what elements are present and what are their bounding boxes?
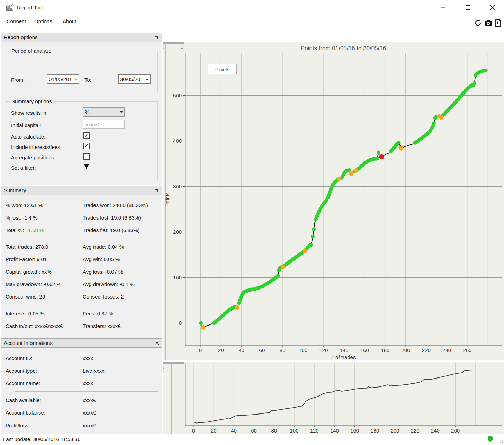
account-name-value: xxxx xyxy=(83,380,93,386)
svg-text:200: 200 xyxy=(390,428,399,434)
report-options-body: Period of analyze From: 01/05/201 To: 30… xyxy=(1,42,162,185)
chevron-down-icon xyxy=(145,78,149,80)
menu-connect[interactable]: Connect xyxy=(4,17,29,26)
account-name-label: Account name: xyxy=(6,380,40,386)
total-trades: Total trades: 278.0 xyxy=(6,244,48,250)
chart-title: Points from 01/05/16 to 30/05/16 xyxy=(301,45,386,52)
float-panel-icon[interactable] xyxy=(155,34,159,40)
minimize-button[interactable] xyxy=(435,1,451,13)
last-update-text: Last update: 30/05/2016 11:53:36 xyxy=(3,436,80,442)
include-interests-checkbox[interactable]: ✓ xyxy=(83,143,90,149)
trades-won: Trades won: 240.0 (86.33%) xyxy=(83,202,148,208)
avg-loss: Avg loss: -0.07 % xyxy=(83,269,123,275)
summary-options-groupbox: Summary options Show results in: % Initi… xyxy=(6,101,158,180)
consec-wins: Consec. wins: 29 xyxy=(6,294,45,300)
account-balance-value: xxxx€ xyxy=(83,410,96,416)
camera-icon[interactable] xyxy=(484,19,493,27)
svg-text:60: 60 xyxy=(259,347,265,353)
interests: Interests: 0.05 % xyxy=(6,311,45,317)
total-pct-label: Total %: xyxy=(6,227,24,233)
close-button[interactable] xyxy=(484,1,500,13)
to-date-value: 30/05/201 xyxy=(120,76,145,82)
export-icon[interactable] xyxy=(493,19,503,27)
cash-in-out: Cash in/out: xxxx€/xxxx€ xyxy=(6,323,63,329)
period-title: Period of analyze xyxy=(10,48,53,54)
from-date-value: 01/05/201 xyxy=(49,76,74,82)
initial-capital-label: Initial capital: xyxy=(11,122,41,128)
svg-text:500: 500 xyxy=(173,92,182,98)
float-panel-icon[interactable] xyxy=(148,340,152,346)
account-balance-label: Account balance: xyxy=(6,410,45,416)
report-options-title: Report options xyxy=(4,34,38,40)
svg-text:400: 400 xyxy=(173,138,182,144)
points-chart-canvas[interactable]: 0 1 020406080100120140160180200220240260… xyxy=(163,42,504,360)
auto-calculate-label: Auto-calculate: xyxy=(11,134,45,140)
svg-text:220: 220 xyxy=(411,428,420,434)
svg-text:0: 0 xyxy=(199,347,202,353)
capital-growth: Capital growth: xx% xyxy=(6,269,52,275)
svg-text:220: 220 xyxy=(422,347,431,353)
svg-text:60: 60 xyxy=(251,428,257,434)
period-groupbox: Period of analyze From: 01/05/201 To: 30… xyxy=(6,51,158,92)
overview-chart-svg: 020406080100120140160180200220240260 xyxy=(163,362,504,436)
svg-text:100: 100 xyxy=(290,428,298,434)
total-pct: Total %: 11.58 % xyxy=(6,227,44,233)
svg-text:20: 20 xyxy=(211,428,217,434)
tab-points[interactable]: Points xyxy=(208,64,237,74)
account-title: Account Informations xyxy=(4,340,53,346)
avg-drawdown: Avg drawdown: -0.1 % xyxy=(83,281,135,287)
svg-text:200: 200 xyxy=(173,229,182,235)
chevron-down-icon xyxy=(74,78,78,80)
points-chart-svg: 0204060801001201401601802002202402600100… xyxy=(163,42,504,360)
menu-about[interactable]: About xyxy=(60,17,79,26)
auto-calculate-checkbox[interactable]: ✓ xyxy=(83,132,90,139)
avg-trade: Avg trade: 0.04 % xyxy=(83,244,124,250)
status-bar: Last update: 30/05/2016 11:53:36 xyxy=(1,434,504,445)
maximize-button[interactable] xyxy=(460,1,476,13)
aggregate-positions-checkbox[interactable] xyxy=(83,153,90,160)
show-results-label: Show results in: xyxy=(11,110,48,116)
account-type-value: Live-xxxx xyxy=(83,368,105,374)
svg-text:120: 120 xyxy=(319,347,328,353)
filter-icon[interactable] xyxy=(83,163,90,170)
svg-text:140: 140 xyxy=(340,347,349,353)
refresh-icon[interactable] xyxy=(473,19,483,27)
account-header: Account Informations xyxy=(1,338,162,348)
report-options-header: Report options xyxy=(1,33,162,42)
svg-text:120: 120 xyxy=(310,428,319,434)
svg-text:0: 0 xyxy=(179,320,182,326)
trades-lost: Trades lost: 19.0 (6.83%) xyxy=(83,215,141,221)
initial-capital-placeholder: xxxx€ xyxy=(86,122,99,127)
profit-loss-value: xxxx€ xyxy=(83,422,96,428)
overview-chart-canvas[interactable]: 0 1 020406080100120140160180200220240260 xyxy=(163,362,504,436)
svg-text:20: 20 xyxy=(218,347,224,353)
trades-flat: Trades flat: 19.0 (6.83%) xyxy=(83,227,140,233)
statusbar-separator xyxy=(498,435,498,442)
show-results-select[interactable]: % xyxy=(83,107,125,117)
summary-title: Summary xyxy=(4,187,26,193)
to-date-select[interactable]: 30/05/201 xyxy=(118,74,151,84)
menubar: Connect Options About xyxy=(1,16,504,28)
profit-factor: Profit Factor: 9.01 xyxy=(6,256,47,262)
svg-text:40: 40 xyxy=(231,428,237,434)
menu-options[interactable]: Options xyxy=(32,17,55,26)
cash-available-value: xxxx€ xyxy=(83,397,96,403)
svg-text:140: 140 xyxy=(330,428,339,434)
summary-options-title: Summary options xyxy=(10,98,53,104)
y-axis-label: Points xyxy=(164,192,170,207)
profit-loss-label: Profit/loss: xyxy=(6,422,30,428)
include-interests-label: Include interests/fees: xyxy=(11,144,62,150)
set-filter-label: Set a filter: xyxy=(11,165,36,171)
from-date-select[interactable]: 01/05/201 xyxy=(47,74,79,84)
divider xyxy=(15,391,158,392)
avg-win: Avg win: 0.05 % xyxy=(83,256,120,262)
divider xyxy=(15,238,158,238)
connection-indicator xyxy=(488,436,493,442)
account-id-value: xxxx xyxy=(83,355,93,361)
initial-capital-input[interactable]: xxxx€ xyxy=(83,120,125,129)
svg-text:100: 100 xyxy=(299,347,307,353)
svg-text:80: 80 xyxy=(271,428,277,434)
float-panel-icon[interactable] xyxy=(155,187,159,193)
to-label: To: xyxy=(84,77,91,83)
close-panel-icon[interactable] xyxy=(155,340,159,346)
